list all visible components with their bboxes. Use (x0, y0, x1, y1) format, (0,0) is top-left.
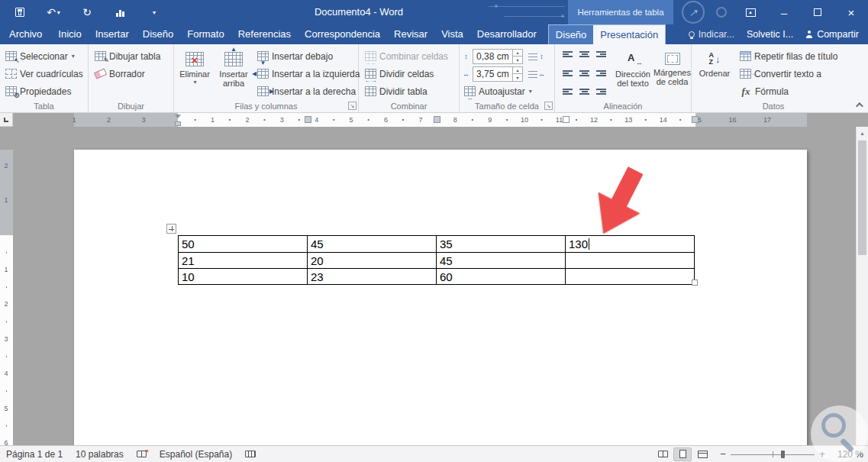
print-layout-button[interactable] (673, 447, 692, 461)
cell-width-input[interactable]: 3,75 cm ▴▾ (473, 66, 523, 82)
convert-to-text-button[interactable]: → Convertir texto a (737, 66, 824, 82)
tab-diseno[interactable]: Diseño (136, 24, 180, 44)
distribute-rows-button[interactable]: ↕ (528, 52, 545, 60)
insert-right-button[interactable]: ▶ Insertar a la derecha (255, 83, 358, 99)
tab-presentacion[interactable]: Presentación (593, 25, 665, 44)
text-direction-button[interactable]: A↔ Dirección del texto (613, 47, 653, 100)
merge-cells-button[interactable]: →← Combinar celdas (363, 48, 450, 64)
table-cell[interactable]: 35 (437, 236, 566, 253)
maximize-button[interactable] (801, 0, 834, 24)
spin-down-button[interactable]: ▾ (513, 74, 522, 81)
table-cell[interactable] (566, 269, 695, 285)
page-indicator[interactable]: Página 1 de 1 (6, 449, 63, 460)
table-cell[interactable]: 45 (308, 236, 437, 253)
split-table-button[interactable]: ↕ Dividir tabla (363, 83, 430, 99)
autofit-button[interactable]: ↔ Autoajustar▾ (462, 83, 534, 99)
properties-button[interactable]: ⚙ Propiedades (3, 83, 73, 99)
language-indicator[interactable]: Español (España) (160, 449, 232, 460)
tab-desarrollador[interactable]: Desarrollador (470, 24, 544, 44)
insert-left-button[interactable]: ◀ Insertar a la izquierda (255, 66, 362, 82)
account-name[interactable]: Solvetic I... (747, 29, 793, 40)
collapse-ribbon-button[interactable] (852, 100, 864, 109)
read-mode-button[interactable] (653, 447, 672, 461)
vertical-scrollbar[interactable]: ▴ (856, 127, 868, 445)
insert-below-button[interactable]: ▼ Insertar debajo (255, 48, 335, 64)
tab-archivo[interactable]: Archivo (0, 24, 51, 44)
table-cell[interactable]: 50 (179, 236, 308, 253)
split-cells-button[interactable]: ←→ Dividir celdas (363, 66, 436, 82)
tell-me-box[interactable]: Indicar... (689, 29, 734, 40)
tab-revisar[interactable]: Revisar (387, 24, 434, 44)
table-cell[interactable]: 45 (437, 253, 566, 269)
align-top-center-button[interactable] (576, 47, 592, 63)
sort-button[interactable]: AZ↓ Ordenar (696, 47, 733, 100)
cell-margins-button[interactable]: Márgenes de celda (654, 47, 690, 100)
align-center-center-button[interactable] (576, 65, 592, 80)
formula-button[interactable]: fx Fórmula (737, 83, 791, 99)
spin-down-button[interactable]: ▾ (513, 57, 522, 63)
table-cell[interactable]: 23 (308, 269, 437, 285)
spin-up-button[interactable]: ▴ (513, 50, 522, 57)
column-marker[interactable] (692, 116, 699, 123)
tab-vista[interactable]: Vista (434, 24, 470, 44)
first-line-indent-marker[interactable] (175, 115, 181, 118)
table-cell[interactable] (566, 253, 695, 269)
zoom-slider[interactable] (731, 448, 815, 460)
left-indent-marker[interactable] (175, 121, 181, 126)
table-cell[interactable]: 130 (566, 236, 695, 253)
table-cell[interactable]: 21 (179, 253, 308, 269)
distribute-columns-button[interactable]: ↔ (528, 69, 545, 78)
save-button[interactable] (3, 0, 37, 24)
tab-insertar[interactable]: Insertar (89, 24, 136, 44)
scroll-up-button[interactable]: ▴ (857, 127, 868, 139)
zoom-slider-thumb[interactable] (781, 451, 785, 458)
column-marker[interactable] (563, 116, 570, 123)
align-center-right-button[interactable] (593, 65, 609, 80)
close-button[interactable]: × (834, 0, 868, 24)
draw-table-button[interactable]: ✎ Dibujar tabla (92, 48, 163, 64)
keyboard-indicator[interactable] (245, 451, 256, 457)
web-layout-button[interactable] (693, 447, 712, 461)
column-marker[interactable] (305, 116, 311, 123)
tab-inicio[interactable]: Inicio (51, 24, 88, 44)
align-bottom-right-button[interactable] (593, 82, 609, 98)
proofing-status[interactable]: × (137, 451, 147, 457)
share-button[interactable]: Compartir (805, 29, 859, 40)
tab-diseno-tabla[interactable]: Diseño (549, 25, 593, 44)
scrollbar-thumb[interactable] (858, 141, 866, 255)
eraser-button[interactable]: Borrador (92, 66, 147, 82)
ribbon-display-options-button[interactable]: ▴ (734, 0, 767, 24)
tab-referencias[interactable]: Referencias (231, 24, 298, 44)
delete-button[interactable]: × Eliminar ▾ (179, 47, 211, 100)
align-bottom-left-button[interactable] (560, 82, 576, 98)
table-cell[interactable]: 10 (179, 269, 308, 285)
tab-selector[interactable] (0, 113, 13, 127)
spin-up-button[interactable]: ▴ (513, 67, 522, 75)
insert-above-button[interactable]: ▲ Insertar arriba (215, 47, 252, 100)
table-cell[interactable]: 20 (308, 253, 437, 269)
align-top-right-button[interactable] (593, 47, 609, 63)
cell-height-input[interactable]: 0,38 cm ▴▾ (473, 49, 523, 64)
tab-correspondencia[interactable]: Correspondencia (298, 24, 387, 44)
table-move-handle[interactable] (166, 224, 176, 234)
customize-quick-access-button[interactable]: ▾ (137, 0, 171, 24)
table-cell[interactable]: 60 (437, 269, 566, 285)
view-gridlines-button[interactable]: Ver cuadrículas (3, 66, 86, 82)
table-resize-handle[interactable] (692, 279, 698, 286)
dialog-launcher[interactable]: ↘ (544, 102, 553, 110)
dialog-launcher[interactable]: ↘ (348, 102, 357, 110)
align-top-left-button[interactable] (560, 47, 576, 63)
align-center-left-button[interactable] (560, 65, 576, 80)
redo-button[interactable]: ↻ (70, 0, 104, 24)
document-page[interactable]: 50 45 35 130 21 20 45 10 23 60 (74, 150, 807, 445)
tab-formato[interactable]: Formato (180, 24, 231, 44)
word-count[interactable]: 10 palabras (76, 449, 124, 460)
align-bottom-center-button[interactable] (576, 82, 592, 98)
quick-table-button[interactable] (104, 0, 137, 24)
undo-button[interactable]: ↶▾ (37, 0, 70, 24)
minimize-button[interactable]: – (767, 0, 801, 24)
zoom-out-button[interactable]: − (717, 448, 729, 460)
repeat-header-rows-button[interactable]: Repetir filas de título (737, 48, 840, 64)
select-button[interactable]: ↖ Seleccionar▾ (3, 48, 77, 64)
column-marker[interactable] (434, 116, 440, 123)
